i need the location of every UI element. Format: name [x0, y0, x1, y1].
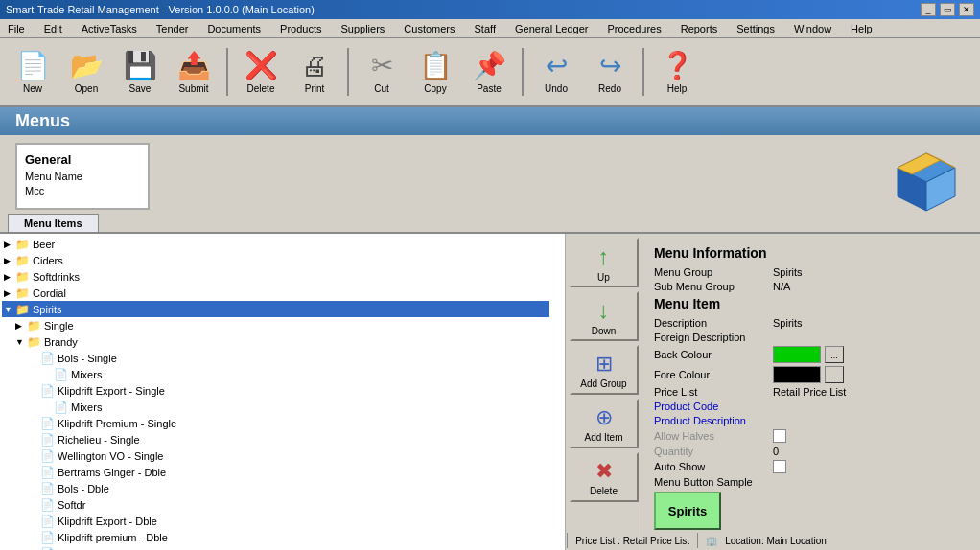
quantity-row: Quantity 0: [654, 446, 968, 457]
tree-item-bertrams[interactable]: 📄 Bertrams Ginger - Dble: [2, 464, 549, 480]
tree-item-klip-premium-dble[interactable]: 📄 Klipdrift premium - Dble: [2, 529, 549, 545]
delete-item-button[interactable]: ✖ Delete: [570, 452, 639, 502]
copy-label: Copy: [424, 83, 446, 94]
tree-item-softdrinks[interactable]: ▶ 📁 Softdrinks: [2, 268, 549, 285]
fore-colour-row: Fore Colour ...: [654, 366, 968, 383]
quantity-value: 0: [773, 446, 968, 457]
price-list-value: Retail Price List: [773, 386, 968, 398]
menu-edit[interactable]: Edit: [38, 22, 68, 35]
tree-item-bols-single[interactable]: 📄 Bols - Single: [2, 350, 549, 366]
tree-item-single[interactable]: ▶ 📁 Single: [2, 317, 549, 333]
submit-button[interactable]: 📤 Submit: [169, 42, 219, 102]
menu-procedures[interactable]: Procedures: [601, 22, 666, 35]
beer-toggle[interactable]: ▶: [4, 240, 13, 249]
tree-item-mixers-2[interactable]: 📄 Mixers: [2, 399, 549, 415]
tab-menu-items[interactable]: Menu Items: [8, 214, 99, 232]
single-label: Single: [44, 320, 74, 332]
tree-item-spirits[interactable]: ▼ 📁 Spirits: [2, 301, 549, 317]
menu-settings[interactable]: Settings: [731, 22, 781, 35]
sub-menu-group-value: N/A: [773, 281, 968, 292]
klip-exp-dble-icon: 📄: [40, 515, 55, 528]
menu-reports[interactable]: Reports: [675, 22, 724, 35]
paste-button[interactable]: 📌 Paste: [464, 42, 514, 102]
status-location: Location: Main Location: [725, 536, 827, 546]
tree-item-ciders[interactable]: ▶ 📁 Ciders: [2, 252, 549, 268]
price-list-row: Price List Retail Price List: [654, 386, 968, 398]
product-code-label[interactable]: Product Code: [654, 401, 769, 412]
tree-item-bols-dble[interactable]: 📄 Bols - Dble: [2, 480, 549, 496]
paste-label: Paste: [477, 83, 502, 94]
menu-group-value: Spirits: [773, 266, 968, 278]
klip-prem-single-label: Klipdrift Premium - Single: [58, 418, 176, 429]
tree-item-richelieu-dble[interactable]: 📄 Richelieu - Dble: [2, 545, 549, 550]
product-desc-label[interactable]: Product Description: [654, 415, 769, 426]
close-button[interactable]: ✕: [959, 3, 974, 16]
help-button[interactable]: ❓ Help: [652, 42, 702, 102]
menu-products[interactable]: Products: [274, 22, 327, 35]
bertrams-icon: 📄: [40, 466, 55, 479]
tree-item-beer[interactable]: ▶ 📁 Beer: [2, 236, 549, 252]
auto-show-checkbox[interactable]: [773, 460, 786, 473]
softdrinks-toggle[interactable]: ▶: [4, 272, 13, 282]
redo-label: Redo: [598, 83, 621, 94]
add-group-button[interactable]: ⊞ Add Group: [570, 345, 639, 395]
menu-name-label: Menu Name: [25, 171, 82, 182]
new-button[interactable]: 📄 New: [8, 42, 58, 102]
tree-item-richelieu-single[interactable]: 📄 Richelieu - Single: [2, 431, 549, 447]
brandy-toggle[interactable]: ▼: [15, 337, 25, 347]
allow-halves-checkbox[interactable]: [773, 429, 786, 443]
print-button[interactable]: 🖨 Print: [290, 42, 339, 102]
tree-panel[interactable]: ▶ 📁 Beer ▶ 📁 Ciders ▶ 📁 Softdrinks: [0, 234, 566, 550]
delete-button[interactable]: ❌ Delete: [236, 42, 286, 102]
undo-button[interactable]: ↩ Undo: [531, 42, 581, 102]
tree-item-wellington[interactable]: 📄 Wellington VO - Single: [2, 447, 549, 464]
spirits-toggle[interactable]: ▼: [4, 305, 13, 314]
up-button[interactable]: ↑ Up: [570, 238, 639, 287]
beer-label: Beer: [33, 239, 55, 250]
center-buttons: ↑ Up ↓ Down ⊞ Add Group ⊕ Add Item ✖ Del…: [566, 234, 642, 550]
fore-colour-button[interactable]: ...: [825, 366, 844, 383]
add-item-button[interactable]: ⊕ Add Item: [570, 399, 639, 448]
ciders-toggle[interactable]: ▶: [4, 256, 13, 265]
undo-label: Undo: [545, 83, 568, 94]
tree-item-klip-premium-single[interactable]: 📄 Klipdrift Premium - Single: [2, 415, 549, 431]
single-toggle[interactable]: ▶: [15, 321, 25, 331]
tree-item-cordial[interactable]: ▶ 📁 Cordial: [2, 285, 549, 301]
tree-item-brandy[interactable]: ▼ 📁 Brandy: [2, 333, 549, 350]
menu-tender[interactable]: Tender: [151, 22, 195, 35]
tree-item-klip-export-dble[interactable]: 📄 Klipdrift Export - Dble: [2, 513, 549, 529]
copy-button[interactable]: 📋 Copy: [410, 42, 460, 102]
menu-customers[interactable]: Customers: [398, 22, 460, 35]
status-price-list: Price List : Retail Price List: [575, 536, 689, 546]
tree-item-mixers-1[interactable]: 📄 Mixers: [2, 366, 549, 382]
delete-icon: ❌: [245, 50, 278, 81]
minimize-button[interactable]: _: [921, 3, 936, 16]
menu-group-label: Menu Group: [654, 266, 769, 278]
menu-window[interactable]: Window: [788, 22, 837, 35]
back-colour-swatch[interactable]: [773, 346, 821, 363]
cut-button[interactable]: ✂ Cut: [357, 42, 407, 102]
tree-item-softdr[interactable]: 📄 Softdr: [2, 496, 549, 513]
menu-file[interactable]: File: [2, 22, 31, 35]
menu-staff[interactable]: Staff: [469, 22, 502, 35]
menu-suppliers[interactable]: Suppliers: [335, 22, 390, 35]
menu-general-ledger[interactable]: General Ledger: [509, 22, 594, 35]
open-button[interactable]: 📂 Open: [61, 42, 111, 102]
redo-button[interactable]: ↪ Redo: [585, 42, 635, 102]
menu-button-sample[interactable]: Spirits: [654, 492, 721, 530]
down-button[interactable]: ↓ Down: [570, 291, 639, 341]
back-colour-button[interactable]: ...: [825, 346, 844, 363]
save-button[interactable]: 💾 Save: [115, 42, 165, 102]
undo-icon: ↩: [546, 50, 568, 81]
down-icon: ↓: [598, 297, 610, 324]
menu-help[interactable]: Help: [845, 22, 878, 35]
cut-label: Cut: [374, 83, 389, 94]
tree-item-klip-export-single[interactable]: 📄 Klipdrift Export - Single: [2, 382, 549, 399]
menu-documents[interactable]: Documents: [201, 22, 267, 35]
cordial-toggle[interactable]: ▶: [4, 288, 13, 298]
menu-activetasks[interactable]: ActiveTasks: [76, 22, 143, 35]
single-icon: 📁: [27, 319, 41, 332]
add-group-icon: ⊞: [595, 352, 613, 377]
restore-button[interactable]: ▭: [940, 3, 955, 16]
fore-colour-swatch[interactable]: [773, 366, 821, 383]
